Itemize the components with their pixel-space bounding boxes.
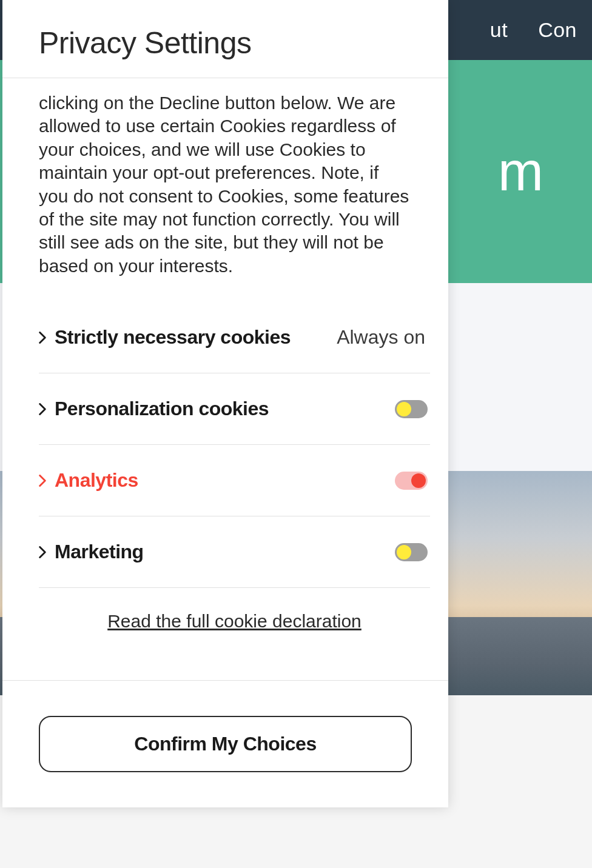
cookie-declaration-link[interactable]: Read the full cookie declaration: [107, 611, 362, 631]
cookie-category-analytics[interactable]: Analytics: [39, 445, 430, 516]
cookie-category-necessary[interactable]: Strictly necessary cookies Always on: [39, 302, 430, 373]
chevron-right-icon: [39, 546, 55, 558]
toggle-analytics[interactable]: [395, 472, 428, 490]
modal-footer: Confirm My Choices: [2, 680, 448, 807]
toggle-knob: [411, 473, 426, 488]
modal-body[interactable]: clicking on the Decline button below. We…: [2, 78, 448, 680]
nav-item-about[interactable]: ut: [475, 18, 523, 42]
chevron-right-icon: [39, 475, 55, 487]
confirm-choices-button[interactable]: Confirm My Choices: [39, 716, 412, 772]
cookie-label: Analytics: [55, 469, 395, 492]
cookie-label: Marketing: [55, 541, 395, 563]
privacy-settings-modal: Privacy Settings clicking on the Decline…: [2, 0, 448, 807]
cookie-label: Strictly necessary cookies: [55, 326, 337, 349]
chevron-right-icon: [39, 332, 55, 344]
toggle-knob: [397, 545, 411, 559]
hero-text: m: [498, 141, 543, 203]
modal-description: clicking on the Decline button below. We…: [39, 78, 430, 302]
always-on-label: Always on: [337, 326, 430, 349]
cookie-category-marketing[interactable]: Marketing: [39, 516, 430, 588]
cookie-declaration-link-wrapper: Read the full cookie declaration: [39, 588, 430, 657]
nav-item-contact[interactable]: Con: [523, 18, 592, 42]
toggle-personalization[interactable]: [395, 400, 428, 418]
chevron-right-icon: [39, 403, 55, 415]
cookie-label: Personalization cookies: [55, 398, 395, 420]
toggle-marketing[interactable]: [395, 543, 428, 561]
modal-header: Privacy Settings: [2, 0, 448, 78]
modal-title: Privacy Settings: [39, 25, 412, 61]
toggle-knob: [397, 402, 411, 416]
cookie-category-personalization[interactable]: Personalization cookies: [39, 373, 430, 445]
